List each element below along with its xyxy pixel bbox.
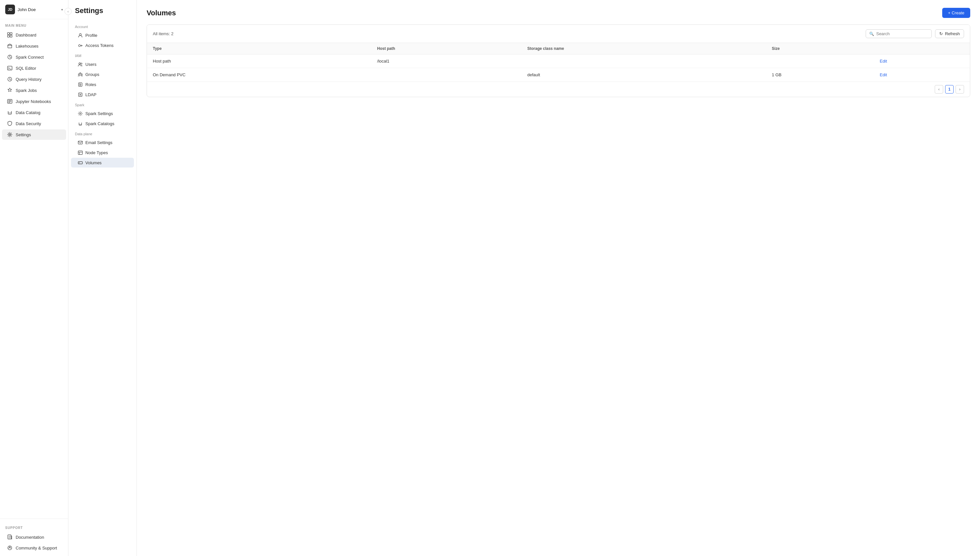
svg-point-17 [81, 63, 82, 64]
settings-title: Settings [68, 6, 137, 21]
table-row: On Demand PVC default 1 GB Edit [147, 68, 970, 82]
spark-settings-icon [77, 111, 83, 116]
sidebar-item-community-support[interactable]: Community & Support [2, 543, 66, 553]
search-input[interactable] [876, 31, 928, 36]
collapse-sidebar-button[interactable]: ‹ [64, 8, 72, 15]
sidebar-item-spark-connect-label: Spark Connect [16, 55, 44, 60]
cell-storage-class-name [521, 55, 766, 68]
sidebar-item-query-history-label: Query History [16, 77, 41, 82]
sidebar-item-data-security-label: Data Security [16, 121, 41, 126]
settings-item-access-tokens[interactable]: Access Tokens [71, 40, 134, 50]
sidebar-item-spark-connect[interactable]: Spark Connect [2, 52, 66, 62]
settings-group-data-plane: Data plane [68, 129, 137, 137]
edit-link-row2[interactable]: Edit [880, 72, 887, 77]
settings-item-roles[interactable]: Roles [71, 79, 134, 89]
edit-link-row1[interactable]: Edit [880, 59, 887, 63]
sidebar-item-sql-editor[interactable]: SQL Editor [2, 63, 66, 73]
svg-point-19 [78, 74, 79, 75]
sidebar-item-query-history[interactable]: Query History [2, 74, 66, 84]
sidebar: JD John Doe ▾ MAIN MENU Dashboard Lakeho… [0, 0, 68, 556]
settings-item-groups[interactable]: Groups [71, 70, 134, 79]
svg-point-18 [79, 73, 81, 74]
settings-group-spark: Spark [68, 100, 137, 108]
svg-point-13 [10, 547, 10, 548]
documentation-icon [7, 535, 12, 540]
cell-size [766, 55, 874, 68]
svg-rect-25 [78, 141, 82, 144]
col-type: Type [147, 43, 371, 55]
cell-size: 1 GB [766, 68, 874, 82]
cell-host-path [371, 68, 522, 82]
sql-editor-icon [7, 66, 12, 71]
svg-rect-6 [8, 66, 12, 70]
refresh-label: Refresh [945, 31, 960, 36]
sidebar-item-spark-jobs[interactable]: Spark Jobs [2, 85, 66, 95]
chevron-down-icon: ▾ [61, 8, 63, 11]
table-toolbar: All items: 2 🔍 ↻ Refresh [147, 25, 970, 43]
svg-rect-26 [78, 151, 82, 155]
user-menu[interactable]: JD John Doe ▾ [0, 0, 68, 19]
jupyter-icon [7, 99, 12, 104]
node-types-icon [77, 150, 83, 155]
lakehouses-icon [7, 44, 12, 48]
cell-type: Host path [147, 55, 371, 68]
groups-icon [77, 72, 83, 77]
pagination-current-page: 1 [945, 85, 954, 94]
toolbar-right: 🔍 ↻ Refresh [866, 29, 964, 38]
sidebar-item-settings[interactable]: Settings [2, 129, 66, 140]
pagination-next[interactable]: › [956, 85, 964, 94]
create-button[interactable]: + Create [942, 8, 970, 18]
svg-rect-1 [10, 32, 12, 34]
sidebar-item-lakehouses-label: Lakehouses [16, 44, 39, 48]
settings-item-profile-label: Profile [85, 33, 97, 38]
col-storage-class-name: Storage class name [521, 43, 766, 55]
pagination-prev[interactable]: ‹ [935, 85, 943, 94]
settings-item-users-label: Users [85, 62, 97, 67]
settings-item-spark-catalogs-label: Spark Catalogs [85, 121, 114, 126]
svg-rect-0 [8, 32, 10, 34]
data-catalog-icon [7, 110, 12, 115]
volumes-table: Type Host path Storage class name Size H… [147, 43, 970, 81]
settings-item-spark-settings[interactable]: Spark Settings [71, 108, 134, 118]
settings-item-ldap[interactable]: LDAP [71, 90, 134, 99]
support-label: SUPPORT [0, 522, 68, 532]
refresh-icon: ↻ [939, 31, 943, 36]
page-header: Volumes + Create [147, 8, 970, 18]
settings-group-account: Account [68, 21, 137, 30]
table-row: Host path /local1 Edit [147, 55, 970, 68]
table-header-row: Type Host path Storage class name Size [147, 43, 970, 55]
sidebar-item-data-security[interactable]: Data Security [2, 118, 66, 129]
sidebar-item-lakehouses[interactable]: Lakehouses [2, 41, 66, 51]
roles-icon [77, 82, 83, 87]
data-security-icon [7, 121, 12, 126]
settings-item-volumes-label: Volumes [85, 160, 102, 165]
svg-point-23 [79, 113, 81, 114]
settings-item-email-settings[interactable]: Email Settings [71, 137, 134, 147]
sidebar-item-dashboard-label: Dashboard [16, 32, 37, 37]
settings-item-node-types[interactable]: Node Types [71, 148, 134, 157]
settings-item-spark-catalogs[interactable]: Spark Catalogs [71, 119, 134, 128]
cell-storage-class-name: default [521, 68, 766, 82]
search-icon: 🔍 [869, 32, 874, 36]
sidebar-item-settings-label: Settings [16, 133, 31, 137]
settings-item-users[interactable]: Users [71, 59, 134, 69]
svg-point-16 [79, 63, 81, 64]
svg-point-10 [9, 134, 11, 136]
sidebar-item-dashboard[interactable]: Dashboard [2, 30, 66, 40]
sidebar-item-jupyter-notebooks[interactable]: Jupyter Notebooks [2, 96, 66, 107]
query-history-icon [7, 77, 12, 82]
sidebar-item-data-catalog[interactable]: Data Catalog [2, 107, 66, 118]
cell-host-path: /local1 [371, 55, 522, 68]
svg-point-20 [81, 74, 82, 75]
refresh-button[interactable]: ↻ Refresh [935, 29, 964, 38]
search-box[interactable]: 🔍 [866, 29, 932, 38]
main-content: Volumes + Create All items: 2 🔍 ↻ Refres… [137, 0, 980, 556]
volumes-icon [77, 160, 83, 165]
sidebar-item-documentation-label: Documentation [16, 535, 44, 540]
settings-item-profile[interactable]: Profile [71, 30, 134, 40]
col-host-path: Host path [371, 43, 522, 55]
sidebar-item-documentation[interactable]: Documentation [2, 532, 66, 542]
settings-item-volumes[interactable]: Volumes [71, 158, 134, 168]
settings-panel: Settings Account Profile Access Tokens I… [68, 0, 137, 556]
svg-rect-2 [8, 35, 10, 37]
